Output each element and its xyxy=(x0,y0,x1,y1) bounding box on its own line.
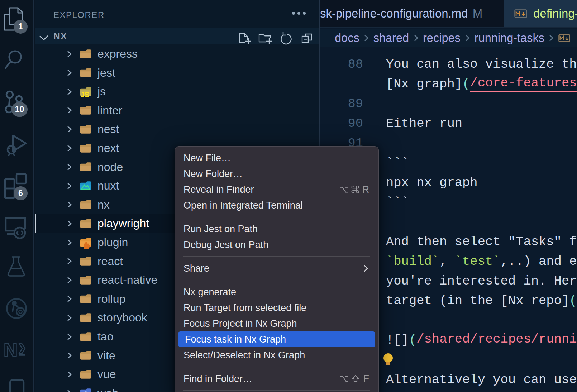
svg-text:N: N xyxy=(4,340,18,358)
svg-text:JS: JS xyxy=(81,91,89,99)
